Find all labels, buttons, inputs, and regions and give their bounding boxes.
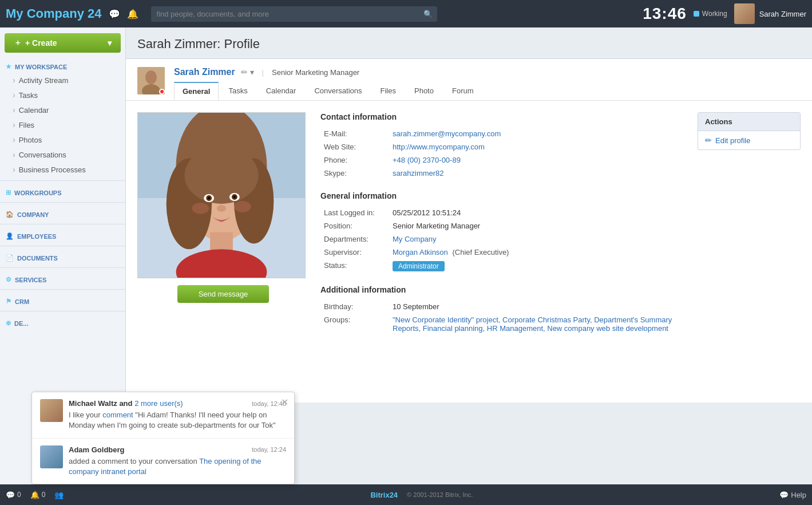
- svg-point-1: [145, 70, 157, 84]
- sidebar-item-files[interactable]: Files: [0, 117, 125, 132]
- chat-count: 0: [17, 491, 21, 499]
- svg-point-20: [234, 201, 251, 212]
- app-logo[interactable]: My Company 24: [6, 6, 102, 21]
- status-label: Working: [702, 10, 727, 18]
- svg-point-9: [184, 147, 258, 204]
- supervisor-row: Supervisor: Morgan Atkinson (Chief Execu…: [320, 246, 686, 259]
- company-number: 24: [88, 6, 101, 21]
- comment-link[interactable]: comment: [102, 411, 133, 419]
- tab-tasks[interactable]: Tasks: [220, 82, 256, 100]
- sidebar-section-employees[interactable]: 👤 EMPLOYEES: [0, 228, 125, 242]
- departments-link[interactable]: My Company: [393, 235, 437, 243]
- tab-photo[interactable]: Photo: [406, 82, 442, 100]
- position-value: Senior Marketing Manager: [389, 219, 686, 232]
- bottom-copyright: © 2001-2012 Bitrix, Inc.: [407, 491, 473, 498]
- user-menu[interactable]: Sarah Zimmer: [734, 3, 806, 24]
- separator: |: [262, 68, 264, 77]
- global-search: 🔍: [151, 6, 437, 22]
- tasks-label: Tasks: [19, 91, 38, 100]
- profile-header-info: Sarah Zimmer ✏ ▾ | Senior Marketing Mana…: [174, 67, 801, 100]
- profile-name[interactable]: Sarah Zimmer: [174, 67, 235, 77]
- groups-links[interactable]: "New Corporate Identity" project, Corpor…: [393, 315, 672, 333]
- sidebar-item-business-processes[interactable]: Business Processes: [0, 162, 125, 177]
- sidebar-section-my-workspace[interactable]: ★ MY WORKSPACE: [0, 58, 125, 73]
- phone-label: Phone:: [320, 153, 389, 167]
- supervisor-link[interactable]: Morgan Atkinson: [393, 248, 448, 257]
- bottom-brand: Bitrix24: [370, 491, 398, 499]
- notification-count: 0: [42, 491, 46, 499]
- notification-icon[interactable]: 🔔: [127, 9, 138, 19]
- sidebar-divider-7: [0, 311, 125, 311]
- search-input[interactable]: [151, 6, 437, 22]
- send-message-button[interactable]: Send message: [177, 285, 269, 303]
- sidebar-item-tasks[interactable]: Tasks: [0, 88, 125, 102]
- birthday-label: Birthday:: [320, 300, 389, 313]
- email-label: E-Mail:: [320, 127, 389, 140]
- tab-conversations[interactable]: Conversations: [306, 82, 370, 100]
- supervisor-value: Morgan Atkinson (Chief Executive): [389, 246, 686, 259]
- notification-popup: Michael Waltz and 2 more user(s) today, …: [31, 392, 295, 484]
- bottombar: 💬 0 🔔 0 👥 Bitrix24 © 2001-2012 Bitrix, I…: [0, 484, 812, 505]
- edit-icon[interactable]: ✏ ▾: [241, 68, 254, 77]
- sidebar-divider-2: [0, 202, 125, 203]
- departments-row: Departments: My Company: [320, 232, 686, 246]
- create-button[interactable]: ＋ + Create ▾: [5, 33, 121, 53]
- skype-link[interactable]: sarahzimmer82: [393, 169, 444, 177]
- crm-icon: ⚑: [6, 298, 11, 305]
- sidebar-section-services[interactable]: ⚙ SERVICES: [0, 271, 125, 286]
- sidebar-item-activity-stream[interactable]: Activity Stream: [0, 73, 125, 88]
- user-name: Sarah Zimmer: [759, 10, 806, 18]
- sidebar-section-de[interactable]: ⊕ DE...: [0, 315, 125, 329]
- workgroups-icon: ⊞: [6, 189, 11, 196]
- svg-point-15: [233, 196, 236, 198]
- sidebar-item-photos[interactable]: Photos: [0, 132, 125, 147]
- birthday-row: Birthday: 10 September: [320, 300, 686, 313]
- notif-text-1: I like your comment "Hi Adam! Thanks! I'…: [69, 410, 286, 431]
- tab-files[interactable]: Files: [372, 82, 405, 100]
- tab-forum[interactable]: Forum: [443, 82, 482, 100]
- sidebar-item-conversations[interactable]: Conversations: [0, 147, 125, 162]
- help-button[interactable]: 💬 Help: [779, 491, 806, 499]
- sidebar-item-calendar[interactable]: Calendar: [0, 102, 125, 117]
- edit-profile-item[interactable]: ✏ Edit profile: [698, 131, 800, 149]
- files-label: Files: [19, 121, 34, 129]
- birthday-value: 10 September: [389, 300, 686, 313]
- notif-time-2: today, 12:24: [252, 446, 286, 453]
- general-info-title: General information: [320, 191, 686, 200]
- profile-header: Sarah Zimmer ✏ ▾ | Senior Marketing Mana…: [126, 59, 812, 101]
- sidebar-section-crm[interactable]: ⚑ CRM: [0, 293, 125, 307]
- email-value: sarah.zimmer@mycompany.com: [389, 127, 686, 140]
- users-button[interactable]: 👥: [54, 491, 64, 499]
- email-row: E-Mail: sarah.zimmer@mycompany.com: [320, 127, 686, 140]
- chat-icon: 💬: [6, 491, 15, 499]
- notif-author-1: Michael Waltz and 2 more user(s): [69, 399, 183, 408]
- email-link[interactable]: sarah.zimmer@mycompany.com: [393, 129, 501, 138]
- status-display[interactable]: Working: [694, 10, 727, 18]
- chat-button[interactable]: 💬 0: [6, 491, 21, 499]
- sidebar-section-company[interactable]: 🏠 COMPANY: [0, 206, 125, 220]
- phone-link[interactable]: +48 (00) 2370-00-89: [393, 156, 461, 164]
- company-name: My Company: [6, 6, 84, 21]
- author-separator: and: [119, 399, 134, 408]
- notif-close-1[interactable]: ✕: [281, 398, 288, 407]
- edit-profile-label: Edit profile: [715, 136, 750, 145]
- tab-calendar[interactable]: Calendar: [258, 82, 305, 100]
- sidebar-divider-1: [0, 180, 125, 181]
- notif-text-2: added a comment to your conversation The…: [69, 456, 286, 477]
- more-users-link[interactable]: 2 more user(s): [134, 399, 183, 408]
- departments-value: My Company: [389, 232, 686, 246]
- sidebar-section-documents[interactable]: 📄 DOCUMENTS: [0, 250, 125, 264]
- chat-icon[interactable]: 💬: [109, 9, 120, 19]
- tab-general[interactable]: General: [174, 82, 219, 100]
- users-icon: 👥: [54, 491, 64, 499]
- status-badge: Administrator: [393, 261, 445, 271]
- phone-value: +48 (00) 2370-00-89: [389, 153, 686, 167]
- notification-button[interactable]: 🔔 0: [30, 491, 46, 499]
- skype-label: Skype:: [320, 167, 389, 180]
- sidebar-section-workgroups[interactable]: ⊞ WORKGROUPS: [0, 184, 125, 199]
- company-icon: 🏠: [6, 211, 14, 218]
- notif-author-2: Adam Goldberg: [69, 445, 125, 454]
- website-link[interactable]: http://www.mycompany.com: [393, 143, 485, 151]
- notif-content-1: Michael Waltz and 2 more user(s) today, …: [69, 399, 286, 431]
- bell-icon: 🔔: [30, 491, 39, 499]
